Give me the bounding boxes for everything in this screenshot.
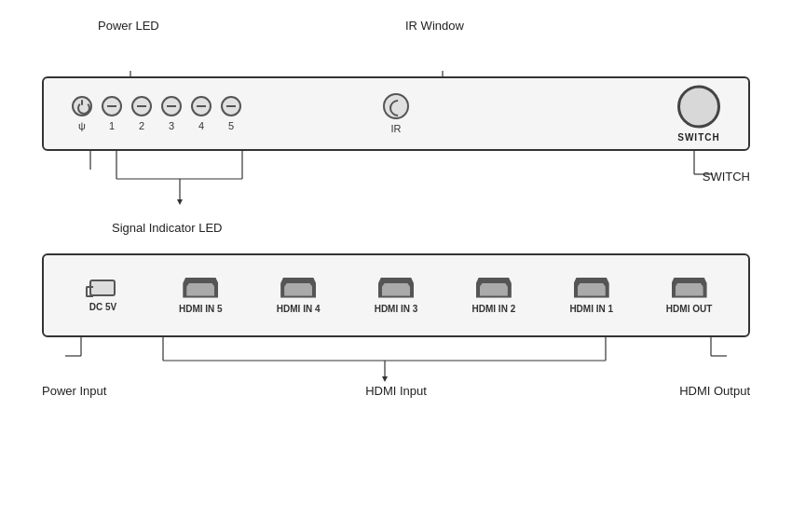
switch-right-label: SWITCH	[703, 170, 750, 184]
power-led-circle	[72, 96, 92, 116]
led-3: 3	[161, 96, 182, 131]
switch-button-area: SWITCH	[677, 86, 720, 143]
led-3-circle	[161, 96, 182, 116]
led-5: 5	[221, 96, 241, 131]
ir-section: IR	[383, 93, 409, 134]
port-hdmi-in4: HDMI IN 4	[253, 278, 344, 314]
hdmi-in3-label: HDMI IN 3	[375, 304, 418, 314]
port-hdmi-out: HDMI OUT	[644, 278, 734, 314]
led-power: ψ	[72, 96, 92, 131]
dc-port-label: DC 5V	[89, 302, 116, 312]
led-5-label: 5	[228, 120, 234, 131]
ir-window-label: IR Window	[405, 19, 464, 33]
led-4: 4	[191, 96, 212, 131]
hdmi-in2-label: HDMI IN 2	[472, 304, 516, 314]
port-dc5v: DC 5V	[58, 280, 148, 312]
svg-marker-16	[382, 376, 388, 382]
port-hdmi-in3: HDMI IN 3	[351, 278, 442, 314]
led-3-label: 3	[169, 120, 174, 131]
svg-marker-7	[177, 199, 183, 205]
hdmi-in2-icon	[476, 278, 512, 298]
hdmi-in1-label: HDMI IN 1	[569, 304, 613, 314]
front-panel-top-labels: Power LED IR Window	[42, 19, 750, 47]
led-5-circle	[221, 96, 241, 116]
hdmi-out-label: HDMI OUT	[666, 304, 712, 314]
led-4-label: 4	[198, 120, 204, 131]
dc-port-icon	[89, 280, 116, 296]
led-2-label: 2	[139, 120, 144, 131]
port-hdmi-in5: HDMI IN 5	[156, 278, 246, 314]
hdmi-in1-icon	[574, 278, 609, 298]
led-1: 1	[102, 96, 122, 131]
hdmi-input-label: HDMI Input	[365, 384, 427, 398]
switch-panel-label: SWITCH	[677, 132, 719, 143]
ir-circle	[383, 93, 409, 119]
power-led-label: Power LED	[98, 19, 159, 33]
led-4-circle	[191, 96, 212, 116]
front-panel: ψ 1 2 3 4	[42, 76, 750, 151]
signal-indicator-led-label: Signal Indicator LED	[112, 221, 223, 235]
hdmi-output-label: HDMI Output	[679, 384, 750, 398]
ir-label: IR	[391, 123, 402, 134]
port-hdmi-in2: HDMI IN 2	[448, 278, 539, 314]
front-annotation-area: Signal Indicator LED SWITCH	[42, 151, 750, 244]
hdmi-in4-label: HDMI IN 4	[277, 304, 321, 314]
led-1-circle	[102, 96, 122, 116]
leds-group: ψ 1 2 3 4	[72, 96, 241, 131]
hdmi-in3-icon	[378, 278, 414, 298]
power-led-symbol: ψ	[78, 120, 86, 131]
led-2: 2	[131, 96, 152, 131]
hdmi-in5-label: HDMI IN 5	[179, 304, 223, 314]
top-connector-lines	[42, 50, 750, 78]
back-panel: DC 5V HDMI IN 5 HDMI IN 4 HDMI IN 3 HDMI…	[42, 253, 750, 337]
back-annotation-area: Power Input HDMI Input HDMI Output	[42, 337, 750, 402]
switch-circle	[677, 86, 720, 129]
power-input-label: Power Input	[42, 384, 106, 398]
hdmi-in5-icon	[183, 278, 218, 298]
led-1-label: 1	[109, 120, 115, 131]
led-2-circle	[131, 96, 152, 116]
hdmi-in4-icon	[280, 278, 316, 298]
hdmi-out-icon	[672, 278, 707, 298]
port-hdmi-in1: HDMI IN 1	[546, 278, 636, 314]
